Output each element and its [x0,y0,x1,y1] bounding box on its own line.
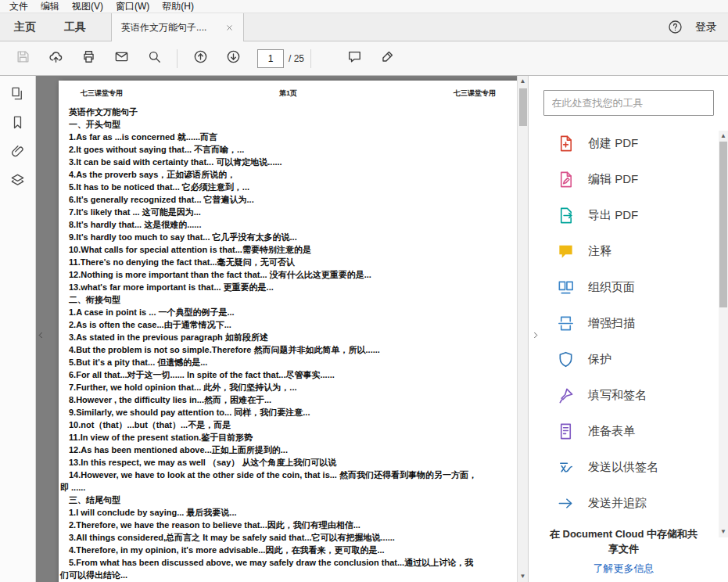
page-header: 七三课堂专用 第1页 七三课堂专用 [59,81,518,99]
scrollbar-thumb[interactable] [519,88,527,126]
attachment-icon [10,144,25,162]
menu-item[interactable]: 帮助(H) [156,0,200,13]
document-line: 三、结尾句型 [69,494,513,506]
document-body: 英语作文万能句子 一、开头句型 1.As far as ...is concer… [59,106,518,581]
document-line: 6.For all that...对于这一切...... In spite of… [69,368,513,381]
scroll-up-arrow-icon[interactable]: ▲ [719,131,728,142]
document-line: 8.However , the difficulty lies in...然而，… [69,393,513,406]
document-line: 5.It has to be noticed that... 它必须注意到，..… [69,181,513,193]
tool-item[interactable]: 发送并追踪 [529,485,728,521]
tool-item[interactable]: 编辑 PDF [529,161,728,197]
help-icon[interactable] [668,20,683,34]
tool-item-label: 增强扫描 [588,316,635,331]
left-navigation-rail [0,76,36,582]
document-line: 一、开头句型 [69,118,513,131]
edit-pdf-icon [557,171,575,189]
tab-document-label: 英语作文万能句子.... [121,21,206,34]
document-line: 2.As is often the case...由于通常情况下... [69,318,513,331]
print-button[interactable] [76,47,101,70]
tool-item[interactable]: 组织页面 [529,269,728,305]
document-line: 们可以得出结论... [60,569,513,581]
document-canvas[interactable]: 七三课堂专用 第1页 七三课堂专用 英语作文万能句子 一、开头句型 1.As f… [36,76,528,582]
tool-item[interactable]: 增强扫描 [529,305,728,341]
tools-search-input[interactable] [543,90,714,116]
menu-item[interactable]: 文件 [3,0,34,13]
panel-scrollbar[interactable]: ▲ ▼ [719,131,728,537]
save-button[interactable] [10,47,35,70]
enhance-scans-icon [557,314,575,332]
menu-item[interactable]: 视图(V) [66,0,109,13]
scroll-down-arrow-icon[interactable]: ▼ [518,571,528,582]
page-thumbnails-button[interactable] [7,84,29,106]
send-signature-icon [557,458,575,476]
document-line: 12.As has been mentioned above...正如上面所提到… [69,444,513,456]
scroll-down-arrow-icon[interactable]: ▼ [719,526,728,537]
create-pdf-icon [557,135,575,153]
close-icon[interactable] [225,23,234,32]
highlighter-button[interactable] [375,47,400,70]
cloud-upload-icon [48,49,63,67]
tab-home[interactable]: 主页 [0,13,50,41]
comment-button[interactable] [342,47,367,70]
tool-item[interactable]: 保护 [529,341,728,377]
tab-bar: 主页 工具 英语作文万能句子.... 登录 [0,13,728,41]
scrollbar-thumb[interactable] [719,142,727,307]
document-line: 1.A case in point is ... 一个典型的例子是... [69,306,513,318]
chevron-left-icon[interactable] [36,325,45,345]
menu-item[interactable]: 编辑 [34,0,66,13]
layers-icon [10,173,25,191]
signin-button[interactable]: 登录 [695,20,717,34]
tool-item-label: 编辑 PDF [588,172,638,187]
document-cloud-text: 在 Document Cloud 中存储和共享文件 [529,526,719,556]
protect-icon [557,350,575,368]
tool-item[interactable]: 发送以供签名 [529,449,728,485]
tab-document[interactable]: 英语作文万能句子.... [111,13,244,41]
document-line: 12.Nothing is more important than the fa… [69,268,513,281]
document-line: 11.There's no denying the fact that...毫无… [69,256,513,268]
pdf-page: 七三课堂专用 第1页 七三课堂专用 英语作文万能句子 一、开头句型 1.As f… [59,81,518,582]
page-header-center: 第1页 [279,88,297,99]
chevron-right-icon[interactable] [530,325,540,345]
tool-item[interactable]: 导出 PDF [529,197,728,233]
learn-more-link[interactable]: 了解更多信息 [594,562,654,576]
cloud-upload-button[interactable] [43,47,68,70]
tool-item[interactable]: 准备表单 [529,413,728,449]
tool-item[interactable]: 创建 PDF [529,125,728,161]
email-button[interactable] [109,47,134,70]
previous-page-button[interactable] [188,47,213,70]
layers-button[interactable] [7,171,29,192]
menu-bar: 文件 编辑 视图(V) 窗口(W) 帮助(H) [0,0,728,13]
tab-tools[interactable]: 工具 [50,13,100,41]
tool-item[interactable]: 填写和签名 [529,377,728,413]
document-line: 3.It can be said with certainty that... … [69,156,513,168]
bookmark-icon [10,115,25,133]
scroll-up-arrow-icon[interactable]: ▲ [518,76,528,87]
document-scrollbar[interactable]: ▲ ▼ [517,76,528,582]
page-number-input[interactable] [257,49,284,68]
document-line: 7.It's likely that ... 这可能是因为... [69,206,513,218]
tool-item-label: 组织页面 [588,280,635,295]
next-page-button[interactable] [221,47,246,70]
document-title: 英语作文万能句子 [69,106,513,118]
save-icon [16,49,30,67]
document-line: 10.not（that）...but（that）...不是，而是 [69,419,513,431]
search-button[interactable] [142,47,167,70]
document-line: 5.But it's a pity that... 但遗憾的是... [69,356,513,368]
thumbnails-icon [10,86,25,104]
tool-item-label: 准备表单 [588,424,635,439]
document-line: 4.But the problem is not so simple.There… [69,343,513,356]
menu-item[interactable]: 窗口(W) [109,0,156,13]
attachments-button[interactable] [7,142,29,163]
page-header-left: 七三课堂专用 [81,88,123,99]
search-icon [147,49,162,67]
tool-item[interactable]: 注释 [529,233,728,269]
page-down-icon [226,49,241,67]
bookmarks-button[interactable] [7,113,29,135]
document-line: 6.It's generally recognized that... 它普遍认… [69,193,513,206]
organize-pages-icon [557,278,575,296]
tool-list: 创建 PDF 编辑 PDF 导出 PDF 注释 [529,125,728,521]
document-line: 4.Therefore, in my opinion, it's more ad… [69,544,513,556]
print-icon [81,49,96,67]
page-header-right: 七三课堂专用 [454,88,496,99]
tool-item-label: 填写和签名 [588,388,647,403]
